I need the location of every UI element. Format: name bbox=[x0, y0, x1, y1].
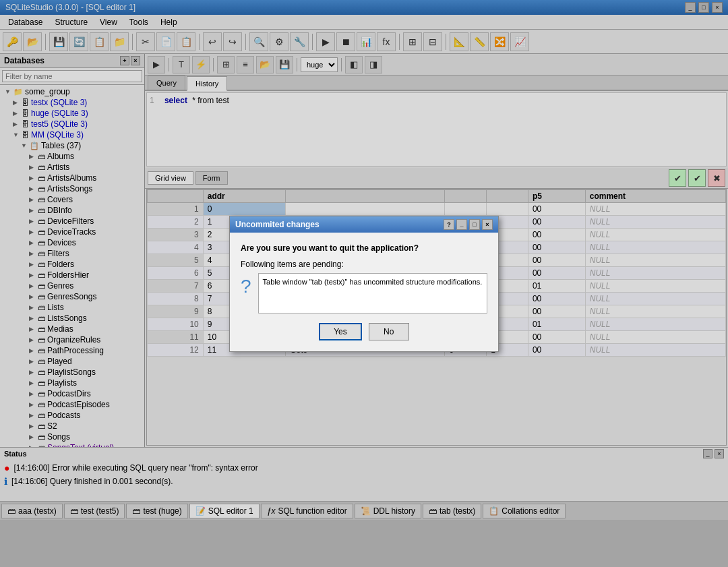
dialog-content-area: ? Table window "tab (testx)" has uncommi… bbox=[241, 273, 487, 314]
dialog-no-button[interactable]: No bbox=[369, 323, 409, 340]
dialog-yes-button[interactable]: Yes bbox=[319, 323, 362, 340]
dialog-minimize-btn[interactable]: _ bbox=[456, 219, 467, 230]
dialog-title: Uncommited changes bbox=[235, 220, 320, 229]
dialog-question: Are you sure you want to quit the applic… bbox=[241, 243, 487, 253]
dialog-close-btn[interactable]: × bbox=[482, 219, 493, 230]
dialog-pending-text: Table window "tab (testx)" has uncommite… bbox=[258, 273, 487, 314]
dialog-pending-label: Following items are pending: bbox=[241, 260, 487, 269]
question-mark-icon: ? bbox=[241, 276, 251, 297]
dialog-maximize-btn[interactable]: □ bbox=[469, 219, 480, 230]
dialog-body: Are you sure you want to quit the applic… bbox=[230, 233, 498, 351]
dialog-overlay: Uncommited changes ? _ □ × Are you sure … bbox=[0, 0, 728, 567]
dialog-title-controls[interactable]: ? _ □ × bbox=[444, 219, 493, 230]
uncommited-changes-dialog: Uncommited changes ? _ □ × Are you sure … bbox=[229, 216, 499, 352]
dialog-title-bar: Uncommited changes ? _ □ × bbox=[230, 216, 498, 233]
dialog-buttons: Yes No bbox=[241, 323, 487, 340]
dialog-help-btn[interactable]: ? bbox=[444, 219, 454, 230]
